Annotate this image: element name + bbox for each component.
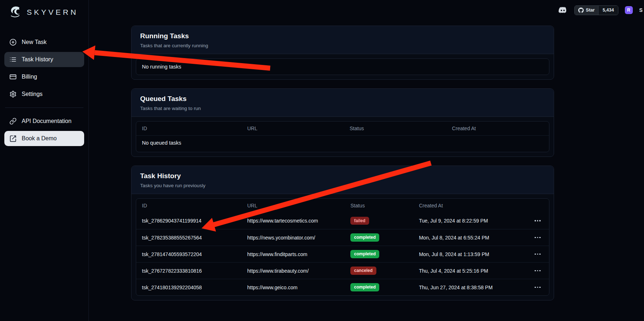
sidebar-nav: New Task Task History Billing Settings A… bbox=[0, 32, 88, 148]
task-id-cell[interactable]: tsk_274180139292204058 bbox=[136, 285, 241, 290]
plus-circle-icon bbox=[9, 39, 17, 46]
content-column: Running Tasks Tasks that are currently r… bbox=[131, 26, 554, 300]
gear-icon bbox=[9, 91, 17, 98]
sidebar-item-label: API Documentation bbox=[22, 118, 72, 124]
github-icon bbox=[578, 8, 584, 13]
external-link-icon bbox=[9, 135, 17, 142]
sidebar-item-label: Book a Demo bbox=[22, 135, 57, 142]
running-tasks-title: Running Tasks bbox=[140, 32, 545, 40]
running-tasks-card: Running Tasks Tasks that are currently r… bbox=[131, 26, 554, 80]
status-badge: completed bbox=[350, 250, 379, 258]
task-url-cell: https://www.finditparts.com bbox=[241, 251, 345, 257]
no-running-tasks-text: No running tasks bbox=[136, 59, 549, 75]
book-a-demo-button[interactable]: Book a Demo bbox=[4, 131, 84, 146]
queued-tasks-header: Queued Tasks Tasks that are waiting to r… bbox=[131, 89, 554, 117]
task-history-subtitle: Tasks you have run previously bbox=[140, 183, 545, 188]
user-avatar[interactable]: R bbox=[625, 6, 633, 14]
column-header-url: URL bbox=[241, 126, 343, 131]
task-actions-cell bbox=[526, 251, 549, 257]
topbar: Star 5,434 R S bbox=[89, 0, 644, 20]
sidebar: SKYVERN New Task Task History Billing Se… bbox=[0, 0, 89, 321]
task-created-cell: Tue, Jul 9, 2024 at 8:22:59 PM bbox=[413, 218, 526, 224]
task-url-cell: https://news.ycombinator.com/ bbox=[241, 235, 345, 241]
github-star-count: 5,434 bbox=[598, 6, 618, 15]
user-name-clipped: S bbox=[639, 7, 643, 13]
task-actions-cell bbox=[526, 285, 549, 290]
running-tasks-header: Running Tasks Tasks that are currently r… bbox=[131, 26, 554, 54]
task-id-cell[interactable]: tsk_278629043741199914 bbox=[136, 218, 241, 224]
task-id-cell[interactable]: tsk_278235388555267564 bbox=[136, 235, 241, 241]
column-header-status: Status bbox=[345, 203, 413, 208]
row-actions-button[interactable] bbox=[532, 251, 543, 257]
row-actions-button[interactable] bbox=[532, 218, 543, 224]
credit-card-icon bbox=[9, 73, 17, 80]
task-id-cell[interactable]: tsk_278147405593572204 bbox=[136, 251, 241, 257]
running-tasks-subtitle: Tasks that are currently running bbox=[140, 43, 545, 48]
sidebar-item-label: Settings bbox=[22, 91, 43, 97]
queued-tasks-subtitle: Tasks that are waiting to run bbox=[140, 106, 545, 111]
discord-button[interactable] bbox=[558, 5, 568, 15]
sidebar-item-label: New Task bbox=[22, 39, 47, 45]
task-history-table: ID URL Status Created At tsk_27862904374… bbox=[136, 198, 549, 296]
sidebar-item-new-task[interactable]: New Task bbox=[4, 35, 84, 50]
queued-tasks-card: Queued Tasks Tasks that are waiting to r… bbox=[131, 88, 554, 157]
task-actions-cell bbox=[526, 268, 549, 274]
no-queued-tasks-text: No queued tasks bbox=[136, 136, 549, 150]
task-history-title: Task History bbox=[140, 172, 545, 180]
queued-tasks-table: ID URL Status Created At No queued tasks bbox=[136, 121, 549, 152]
table-row[interactable]: tsk_278629043741199914 https://www.tarte… bbox=[136, 212, 549, 229]
status-badge: completed bbox=[350, 283, 379, 291]
discord-icon bbox=[558, 5, 567, 15]
sidebar-item-task-history[interactable]: Task History bbox=[4, 52, 84, 67]
task-url-cell: https://www.tartecosmetics.com bbox=[241, 218, 345, 224]
column-header-id: ID bbox=[136, 203, 241, 208]
sidebar-item-settings[interactable]: Settings bbox=[4, 87, 84, 102]
sidebar-item-billing[interactable]: Billing bbox=[4, 69, 84, 84]
task-status-cell: completed bbox=[345, 283, 413, 291]
row-actions-button[interactable] bbox=[532, 285, 543, 290]
row-actions-button[interactable] bbox=[532, 235, 543, 241]
sidebar-item-api-documentation[interactable]: API Documentation bbox=[4, 114, 84, 129]
column-header-id: ID bbox=[136, 126, 241, 131]
task-url-cell: https://www.tirabeauty.com/ bbox=[241, 268, 345, 274]
status-badge: completed bbox=[350, 233, 379, 241]
task-actions-cell bbox=[526, 218, 549, 224]
task-actions-cell bbox=[526, 235, 549, 241]
task-created-cell: Mon, Jul 8, 2024 at 6:55:24 PM bbox=[413, 235, 526, 241]
task-history-card: Task History Tasks you have run previous… bbox=[131, 166, 554, 300]
brand-logo: SKYVERN bbox=[0, 0, 88, 23]
queued-tasks-title: Queued Tasks bbox=[140, 95, 545, 103]
column-header-url: URL bbox=[241, 203, 345, 208]
main-area: Star 5,434 R S Running Tasks Tasks that … bbox=[89, 0, 644, 321]
github-star-button[interactable]: Star 5,434 bbox=[574, 5, 618, 15]
row-actions-button[interactable] bbox=[532, 268, 543, 274]
brand-name: SKYVERN bbox=[27, 8, 78, 17]
link-icon bbox=[9, 118, 17, 125]
sidebar-item-label: Billing bbox=[22, 74, 37, 80]
history-rows: tsk_278629043741199914 https://www.tarte… bbox=[136, 212, 549, 295]
task-status-cell: canceled bbox=[345, 267, 413, 274]
github-star-label: Star bbox=[575, 6, 598, 15]
task-created-cell: Thu, Jul 4, 2024 at 5:25:16 PM bbox=[413, 268, 526, 274]
star-label: Star bbox=[586, 8, 595, 13]
list-icon bbox=[9, 56, 17, 63]
status-badge: canceled bbox=[350, 267, 376, 274]
history-table-header: ID URL Status Created At bbox=[136, 199, 549, 212]
task-status-cell: failed bbox=[345, 217, 413, 225]
table-row[interactable]: tsk_276727822333810816 https://www.tirab… bbox=[136, 262, 549, 279]
table-row[interactable]: tsk_278147405593572204 https://www.findi… bbox=[136, 246, 549, 262]
task-created-cell: Thu, Jun 27, 2024 at 8:38:58 PM bbox=[413, 285, 526, 290]
task-id-cell[interactable]: tsk_276727822333810816 bbox=[136, 268, 241, 274]
status-badge: failed bbox=[350, 217, 369, 225]
table-row[interactable]: tsk_278235388555267564 https://news.ycom… bbox=[136, 229, 549, 246]
queued-table-header: ID URL Status Created At bbox=[136, 122, 549, 135]
skyvern-dragon-icon bbox=[8, 5, 23, 19]
task-url-cell: https://www.geico.com bbox=[241, 285, 345, 290]
sidebar-item-label: Task History bbox=[22, 56, 53, 63]
table-row[interactable]: tsk_274180139292204058 https://www.geico… bbox=[136, 279, 549, 295]
task-history-header: Task History Tasks you have run previous… bbox=[131, 166, 554, 194]
task-status-cell: completed bbox=[345, 233, 413, 241]
column-header-status: Status bbox=[344, 126, 446, 131]
task-created-cell: Mon, Jul 8, 2024 at 1:13:59 PM bbox=[413, 251, 526, 257]
sidebar-divider bbox=[5, 107, 83, 108]
